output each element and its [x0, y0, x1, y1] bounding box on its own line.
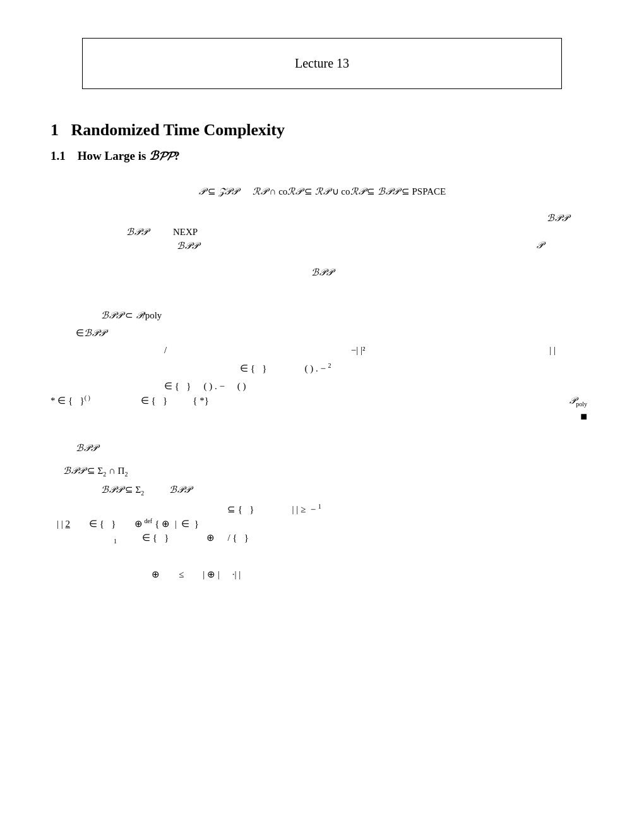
- qed-symbol: ■: [51, 410, 587, 423]
- complexity-inclusions: 𝒫 ⊆ 𝒵𝒫𝒫 ℛ𝒫 ∩ coℛ𝒫 ⊆ ℛ𝒫 ∪ coℛ𝒫 ⊆ ℬ𝒫𝒫 ⊆ PS…: [51, 182, 593, 201]
- bpp-sigma-2-line: ℬ𝒫𝒫 ⊆ Σ2 ℬ𝒫𝒫: [51, 484, 593, 497]
- xor-def-line: | | 2 ∈ { } ⊕ def { ⊕ | ∈ }: [51, 517, 593, 529]
- subsection-title: 1.1 How Large is ℬ𝓟𝓟?: [51, 148, 593, 163]
- theorem-statement: ℬ𝒫𝒫 ⊂ 𝒫 /poly: [51, 310, 593, 321]
- star-set-line: * ∈ { }( ) ∈ { } { *} 𝒫poly: [51, 394, 593, 408]
- in-set-line-2: ∈ { } ( ) . − ( ): [51, 380, 593, 392]
- subsection-number: 1.1: [51, 149, 66, 162]
- main-content: 1 Randomized Time Complexity 1.1 How Lar…: [51, 121, 593, 580]
- xor-slash-line: 1 ∈ { } ⊕ / { }: [51, 532, 593, 545]
- page-wrapper: Lecture 13 1 Randomized Time Complexity …: [51, 38, 593, 580]
- in-set-line-1: ∈ { } ( ) . − 2: [51, 362, 593, 374]
- bpp-p-line: ℬ𝒫𝒫 𝒫: [51, 240, 593, 251]
- slash-line: / −| |² | |: [51, 345, 593, 356]
- section-title-text: Randomized Time Complexity: [63, 121, 285, 139]
- section-number: 1: [51, 121, 59, 139]
- inclusion-line: 𝒫 ⊆ 𝒵𝒫𝒫 ℛ𝒫 ∩ coℛ𝒫 ⊆ ℛ𝒫 ∪ coℛ𝒫 ⊆ ℬ𝒫𝒫 ⊆ PS…: [198, 186, 446, 196]
- subset-set-line: ⊆ { } | | ≥ − 1: [51, 503, 593, 515]
- bpp-center: ℬ𝒫𝒫: [51, 263, 593, 282]
- section-title: 1 Randomized Time Complexity: [51, 121, 593, 140]
- lecture-title: Lecture 13: [295, 56, 349, 70]
- subsection-text: How Large is ℬ𝓟𝓟?: [69, 149, 180, 162]
- bpp-right-1: ℬ𝒫𝒫: [51, 212, 568, 224]
- bpp-sigma-pi: ℬ𝒫𝒫 ⊆ Σ2 ∩ Π2: [51, 465, 593, 478]
- bpp-theorem-2: ℬ𝒫𝒫: [51, 442, 593, 454]
- lecture-box: Lecture 13: [82, 38, 562, 89]
- in-bpp-line: ∈ ℬ𝒫𝒫: [51, 327, 593, 339]
- xor-ineq-line: ⊕ ≤ | ⊕ | ·| |: [51, 569, 593, 580]
- bpp-nexp-line: ℬ𝒫𝒫 NEXP: [51, 226, 593, 238]
